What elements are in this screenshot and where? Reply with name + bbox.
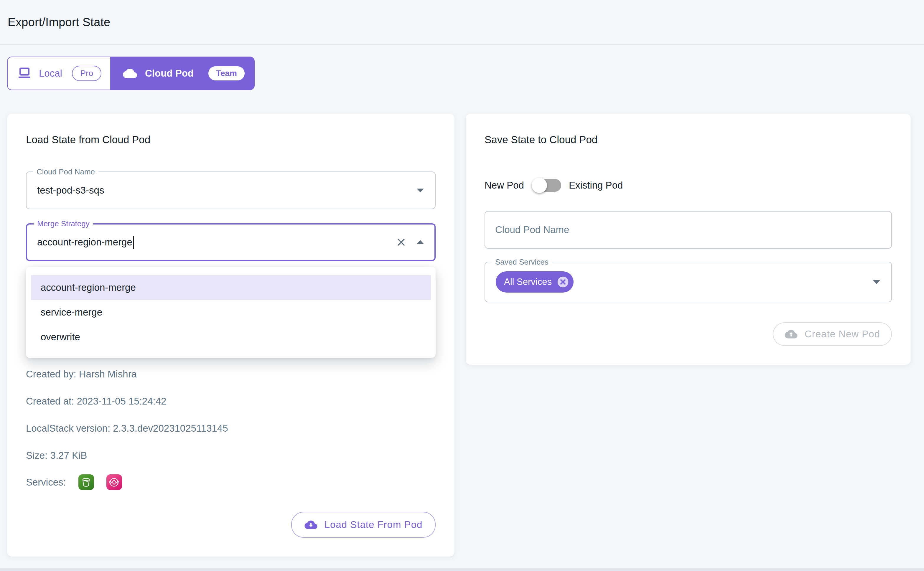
load-card-title: Load State from Cloud Pod xyxy=(26,133,436,147)
cloud-upload-icon xyxy=(785,329,797,340)
created-by-text: Created by: Harsh Mishra xyxy=(26,368,436,380)
s3-service-icon xyxy=(79,474,94,490)
cloud-icon xyxy=(123,68,138,79)
all-services-chip-label: All Services xyxy=(504,277,552,287)
load-state-button-label: Load State From Pod xyxy=(324,519,423,530)
merge-strategy-input[interactable]: Merge Strategy account-region-merge xyxy=(26,223,436,261)
page-title: Export/Import State xyxy=(8,15,110,29)
option-service-merge[interactable]: service-merge xyxy=(31,300,431,325)
page-bottom-divider xyxy=(0,568,924,571)
switch-knob[interactable] xyxy=(532,177,547,193)
chip-remove-icon[interactable] xyxy=(556,275,569,289)
cloud-pod-name-select[interactable]: Cloud Pod Name test-pod-s3-sqs xyxy=(26,171,436,209)
cloud-download-icon xyxy=(304,519,317,530)
new-pod-label: New Pod xyxy=(485,180,524,191)
tab-local-label: Local xyxy=(39,68,62,79)
chevron-down-icon[interactable] xyxy=(416,188,425,193)
pod-mode-tabs: Local Pro Cloud Pod Team xyxy=(7,57,255,90)
pro-badge: Pro xyxy=(72,66,101,81)
pod-mode-toggle-row: New Pod Existing Pod xyxy=(485,177,892,193)
page-header: Export/Import State xyxy=(0,0,924,45)
option-overwrite[interactable]: overwrite xyxy=(31,325,431,349)
services-row: Services: xyxy=(26,474,436,490)
saved-services-label: Saved Services xyxy=(491,258,552,266)
team-badge: Team xyxy=(209,66,245,80)
tab-local[interactable]: Local Pro xyxy=(7,57,111,90)
tab-cloud-pod[interactable]: Cloud Pod Team xyxy=(111,57,255,90)
new-pod-name-input[interactable] xyxy=(485,211,892,248)
load-state-button[interactable]: Load State From Pod xyxy=(291,512,436,538)
saved-services-select[interactable]: Saved Services All Services xyxy=(485,262,892,302)
sqs-service-icon xyxy=(107,474,122,490)
cloud-pod-name-value: test-pod-s3-sqs xyxy=(37,185,104,196)
size-text: Size: 3.27 KiB xyxy=(26,450,436,461)
clear-icon[interactable] xyxy=(396,237,406,247)
create-new-pod-button-label: Create New Pod xyxy=(805,329,880,340)
text-cursor xyxy=(133,236,134,248)
existing-pod-label: Existing Pod xyxy=(569,180,623,191)
save-state-card: Save State to Cloud Pod New Pod Existing… xyxy=(466,114,911,365)
save-card-title: Save State to Cloud Pod xyxy=(485,133,892,147)
localstack-version-text: LocalStack version: 2.3.3.dev20231025113… xyxy=(26,423,436,434)
cloud-pod-name-label: Cloud Pod Name xyxy=(33,167,99,176)
all-services-chip[interactable]: All Services xyxy=(496,272,573,293)
merge-strategy-options: account-region-merge service-merge overw… xyxy=(26,267,436,358)
chevron-down-icon[interactable] xyxy=(872,279,881,285)
chevron-up-icon[interactable] xyxy=(416,239,425,245)
merge-strategy-value: account-region-merge xyxy=(37,236,132,248)
content-area: Local Pro Cloud Pod Team Load State from… xyxy=(0,45,924,557)
merge-strategy-label: Merge Strategy xyxy=(34,219,93,228)
option-account-region-merge[interactable]: account-region-merge xyxy=(31,275,431,300)
input-adornments xyxy=(396,237,425,247)
tab-cloud-pod-label: Cloud Pod xyxy=(145,68,194,79)
load-state-card: Load State from Cloud Pod Cloud Pod Name… xyxy=(7,114,454,557)
create-new-pod-button[interactable]: Create New Pod xyxy=(773,323,892,346)
existing-pod-switch[interactable] xyxy=(532,177,561,193)
created-at-text: Created at: 2023-11-05 15:24:42 xyxy=(26,395,436,407)
laptop-icon xyxy=(18,68,31,79)
pod-metadata: Created by: Harsh Mishra Created at: 202… xyxy=(26,368,436,461)
services-label: Services: xyxy=(26,477,66,488)
